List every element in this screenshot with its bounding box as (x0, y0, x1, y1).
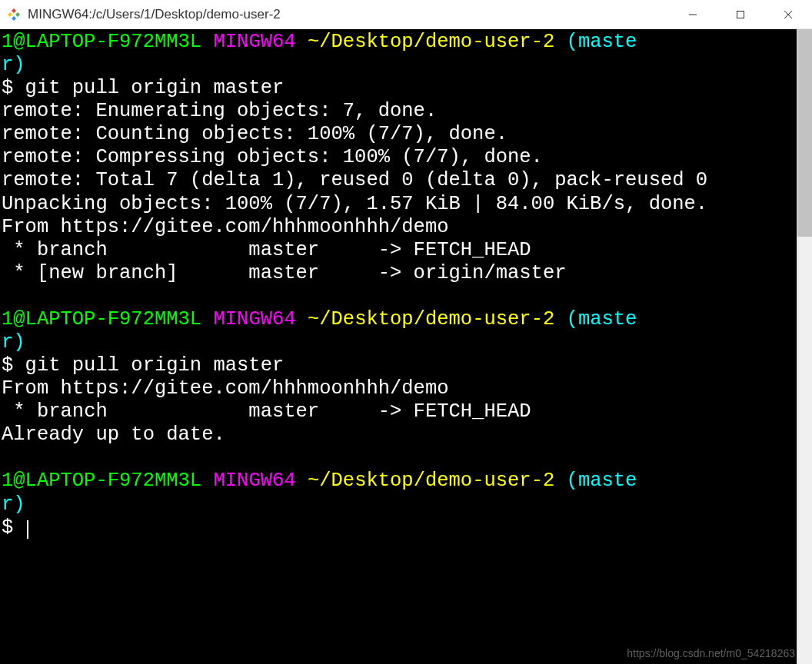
output-line: Unpacking objects: 100% (7/7), 1.57 KiB … (2, 193, 707, 215)
svg-marker-1 (15, 12, 20, 17)
minimize-button[interactable] (669, 0, 717, 28)
output-line: remote: Counting objects: 100% (7/7), do… (2, 123, 508, 145)
prompt-dollar: $ (2, 77, 25, 99)
prompt-dollar: $ (2, 516, 25, 539)
prompt-branch: (maste (567, 31, 637, 53)
window-controls (669, 0, 812, 28)
output-line: From https://gitee.com/hhhmoonhhh/demo (2, 377, 449, 400)
scrollbar-thumb[interactable] (797, 29, 812, 237)
prompt-path: /Desktop/demo-user-2 (319, 470, 554, 492)
output-line: From https://gitee.com/hhhmoonhhh/demo (2, 216, 449, 238)
command-text: git pull origin master (25, 77, 285, 99)
prompt-userhost: 1@LAPTOP-F972MM3L (2, 308, 201, 330)
prompt-dollar: $ (2, 354, 25, 377)
output-line: * [new branch] master -> origin/master (2, 262, 567, 284)
svg-rect-5 (737, 11, 744, 18)
window-titlebar: MINGW64:/c/Users/1/Desktop/demo-user-2 (0, 0, 812, 29)
app-icon (6, 7, 22, 22)
prompt-branch-close: r) (2, 493, 25, 516)
prompt-shell: MINGW64 (213, 308, 295, 330)
output-line: Already up to date. (2, 423, 225, 446)
prompt-branch: (maste (567, 470, 637, 492)
scrollbar-track[interactable] (797, 29, 812, 664)
terminal-content[interactable]: 1@LAPTOP-F972MM3L MINGW64 ~/Desktop/demo… (0, 29, 797, 664)
prompt-userhost: 1@LAPTOP-F972MM3L (2, 31, 201, 53)
prompt-path-tilde: ~ (308, 308, 319, 330)
prompt-userhost: 1@LAPTOP-F972MM3L (2, 470, 201, 492)
prompt-branch-close: r) (2, 54, 25, 76)
prompt-path: /Desktop/demo-user-2 (319, 31, 554, 53)
command-text: git pull origin master (25, 354, 285, 377)
output-line: remote: Total 7 (delta 1), reused 0 (del… (2, 169, 707, 191)
prompt-path-tilde: ~ (308, 470, 319, 492)
prompt-path: /Desktop/demo-user-2 (319, 308, 554, 330)
output-line: * branch master -> FETCH_HEAD (2, 400, 531, 423)
svg-marker-2 (12, 16, 16, 21)
prompt-shell: MINGW64 (213, 470, 295, 492)
prompt-shell: MINGW64 (213, 31, 295, 53)
terminal-cursor (27, 520, 28, 539)
maximize-button[interactable] (717, 0, 764, 28)
output-line: * branch master -> FETCH_HEAD (2, 239, 531, 261)
watermark-text: https://blog.csdn.net/m0_54218263 (627, 647, 795, 659)
svg-marker-3 (8, 12, 12, 17)
output-line: remote: Compressing objects: 100% (7/7),… (2, 146, 543, 168)
prompt-branch: (maste (567, 308, 637, 330)
output-line: remote: Enumerating objects: 7, done. (2, 100, 437, 122)
svg-marker-0 (12, 8, 16, 13)
prompt-path-tilde: ~ (308, 31, 319, 53)
window-title: MINGW64:/c/Users/1/Desktop/demo-user-2 (28, 7, 669, 22)
prompt-branch-close: r) (2, 331, 25, 354)
close-button[interactable] (764, 0, 812, 28)
